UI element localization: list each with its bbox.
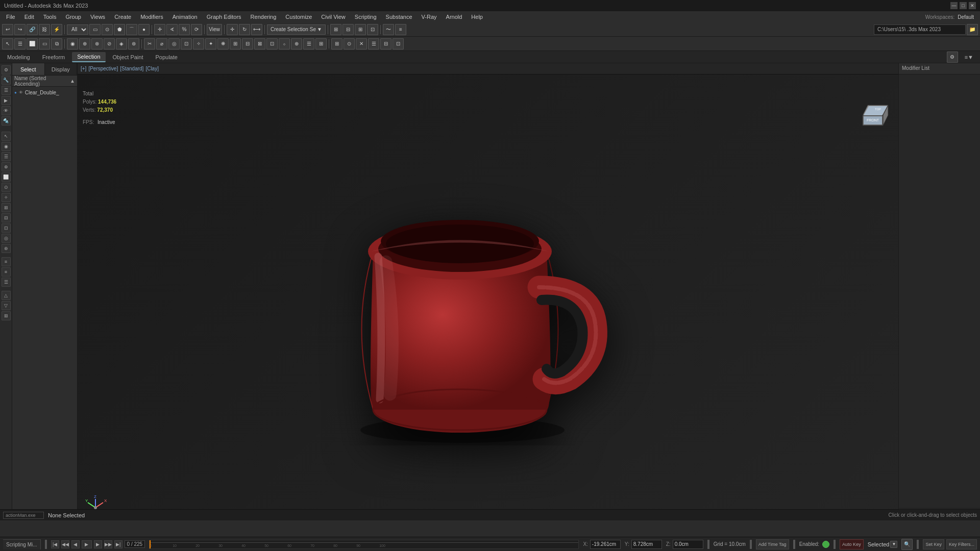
paint-sel-6[interactable]: ⊛	[128, 38, 139, 49]
reference-coord[interactable]: ⊞	[330, 24, 341, 35]
tool-13[interactable]: ⊕	[291, 38, 302, 49]
snap-3d[interactable]: ⊞	[331, 38, 342, 49]
constraint-all[interactable]: ⊡	[393, 38, 404, 49]
next-frame-end[interactable]: ▶|	[114, 540, 122, 548]
select-rect-button[interactable]: ▭	[89, 24, 101, 35]
viewport-shading[interactable]: [Standard]	[120, 66, 143, 71]
menu-scripting[interactable]: Scripting	[351, 13, 381, 21]
select-lasso-button[interactable]: ⌒	[126, 24, 137, 35]
z-field[interactable]: 0.0cm	[673, 540, 703, 549]
next-frame[interactable]: ▶	[94, 540, 102, 548]
tool-8[interactable]: ⊞	[230, 38, 241, 49]
undo-button[interactable]: ↩	[2, 24, 13, 35]
paint-sel-1[interactable]: ◉	[67, 38, 78, 49]
spinner-snap[interactable]: ⟳	[191, 24, 202, 35]
mug-3d-object[interactable]	[335, 149, 641, 445]
link-button[interactable]: 🔗	[27, 24, 38, 35]
select-tool-11[interactable]: ◎	[2, 234, 11, 243]
align-button[interactable]: ⊞	[355, 24, 366, 35]
subtab-select[interactable]: Select	[12, 63, 45, 75]
select-tool-4[interactable]: ⊕	[2, 162, 11, 171]
menu-modifiers[interactable]: Modifiers	[136, 13, 167, 21]
actionman-exe[interactable]: actionMan.exe	[3, 512, 44, 519]
paint-sel-3[interactable]: ⊗	[91, 38, 103, 49]
move-button[interactable]: ✛	[227, 24, 238, 35]
tab-object-paint[interactable]: Object Paint	[108, 53, 149, 62]
select-tool-15[interactable]: ☰	[2, 278, 11, 287]
viewport-bracket[interactable]: [+]	[81, 66, 86, 71]
mirror-button[interactable]: ⊟	[342, 24, 354, 35]
menu-customize[interactable]: Customize	[281, 13, 316, 21]
path-display[interactable]: C:\Users\15\ .3ds Max 2023	[874, 24, 966, 35]
menu-help[interactable]: Help	[467, 13, 487, 21]
y-field[interactable]: 8.728cm	[631, 540, 662, 549]
tool-6[interactable]: ✦	[205, 38, 216, 49]
search-button[interactable]: 🔍	[901, 539, 913, 550]
tool-5[interactable]: ✧	[193, 38, 204, 49]
menu-animation[interactable]: Animation	[168, 13, 202, 21]
percent-snap[interactable]: %	[179, 24, 190, 35]
prev-key[interactable]: ◀◀	[61, 540, 69, 548]
select-tool-13[interactable]: ≡	[2, 257, 11, 266]
viewport-material[interactable]: [Clay]	[145, 66, 159, 71]
frame-counter[interactable]: 0 / 225	[125, 540, 145, 548]
play-button[interactable]: ▶	[82, 540, 92, 548]
tab-modeling[interactable]: Modeling	[2, 53, 35, 62]
select-tool-16[interactable]: △	[2, 291, 11, 300]
constraint-y[interactable]: ☰	[368, 38, 379, 49]
tool-15[interactable]: ⊞	[315, 38, 327, 49]
menu-vray[interactable]: V-Ray	[418, 13, 441, 21]
selected-dropdown-btn[interactable]: ▼	[890, 541, 897, 548]
quick-align[interactable]: ⊡	[367, 24, 378, 35]
close-button[interactable]: ✕	[969, 2, 976, 9]
select-paint-button[interactable]: ●	[138, 24, 150, 35]
tool-7[interactable]: ❋	[217, 38, 229, 49]
paint-sel-5[interactable]: ◈	[116, 38, 127, 49]
select-tool-9[interactable]: ⊟	[2, 213, 11, 222]
snap-setting[interactable]: ⊙	[344, 38, 355, 49]
create-tab[interactable]: ⚙	[2, 65, 11, 74]
add-time-tag-btn[interactable]: Add Time Tag	[756, 539, 789, 549]
path-btn[interactable]: 📁	[967, 24, 978, 35]
viewport[interactable]: [+] [Perspective] [Standard] [Clay] Tota…	[78, 63, 898, 520]
select-tool-12[interactable]: ⊛	[2, 244, 11, 253]
display-tab[interactable]: 👁	[2, 106, 11, 115]
menu-graph-editors[interactable]: Graph Editors	[203, 13, 246, 21]
select-tool-7[interactable]: ✧	[2, 193, 11, 202]
scale-x-button[interactable]: ⟷	[251, 24, 262, 35]
select-tool-3[interactable]: ☰	[2, 152, 11, 161]
tool-10[interactable]: ⊠	[254, 38, 265, 49]
key-filters-btn[interactable]: Key Filters...	[946, 539, 977, 549]
viewport-perspective[interactable]: [Perspective]	[88, 66, 118, 71]
unlink-button[interactable]: ⛓	[39, 24, 50, 35]
enabled-indicator[interactable]	[822, 541, 829, 548]
layer-dropdown[interactable]: All	[67, 24, 88, 35]
select-by-name[interactable]: ☰	[14, 38, 26, 49]
utilities-tab[interactable]: 🔩	[2, 116, 11, 126]
tab-freeform[interactable]: Freeform	[37, 53, 70, 62]
select-tool-2[interactable]: ◉	[2, 142, 11, 151]
select-tool-6[interactable]: ⊙	[2, 183, 11, 192]
tool-4[interactable]: ⊡	[181, 38, 192, 49]
tab-selection[interactable]: Selection	[72, 52, 105, 62]
dope-sheet[interactable]: ≡	[395, 24, 406, 35]
scene-object-row[interactable]: ● 👁 Clear_Double_	[12, 87, 77, 98]
paint-sel-4[interactable]: ⊘	[104, 38, 115, 49]
tool-1[interactable]: ✂	[144, 38, 155, 49]
bind-button[interactable]: ⚡	[51, 24, 62, 35]
modify-tab[interactable]: 🔧	[2, 76, 11, 85]
menu-arnold[interactable]: Arnold	[442, 13, 467, 21]
tool-14[interactable]: ☰	[303, 38, 314, 49]
menu-edit[interactable]: Edit	[20, 13, 38, 21]
window-crossing[interactable]: ⧉	[51, 38, 62, 49]
select-tool-1[interactable]: ↖	[2, 132, 11, 141]
snap-toggle[interactable]: ✛	[154, 24, 165, 35]
menu-file[interactable]: File	[2, 13, 19, 21]
select-tool-18[interactable]: ⊞	[2, 311, 11, 320]
viewport-content[interactable]: Total Polys: 144,736 Verts: 72,370 FPS: …	[78, 74, 898, 520]
create-selection-button[interactable]: Create Selection Se ▼	[267, 24, 326, 35]
mode-extra-btn[interactable]: ≡▼	[960, 52, 978, 62]
tool-9[interactable]: ⊟	[242, 38, 253, 49]
hierarchy-tab[interactable]: ☰	[2, 86, 11, 95]
menu-tools[interactable]: Tools	[39, 13, 61, 21]
